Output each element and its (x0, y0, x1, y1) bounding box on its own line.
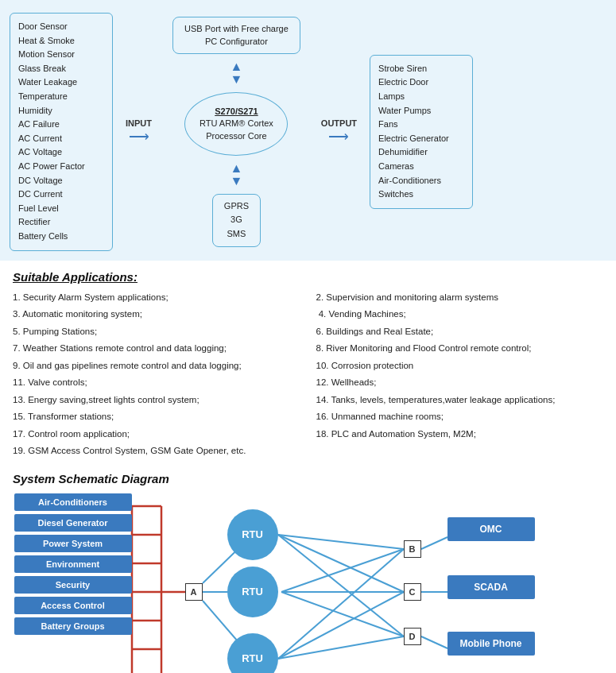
input-item: AC Failure (18, 118, 104, 132)
input-item: Motion Sensor (18, 48, 104, 62)
output-arrow: ⟶ (328, 128, 349, 145)
list-item: 6. Buildings and Real Estate; (316, 324, 604, 340)
list-item: 15. Transformer stations; (13, 409, 300, 425)
usb-box: USB Port with Free charge PC Configurato… (172, 17, 300, 54)
list-item: 19. GSM Access Control System, GSM Gate … (13, 443, 300, 459)
svg-line-19 (278, 592, 404, 659)
list-item: 13. Energy saving,street lights control … (13, 393, 300, 408)
output-item: Air-Conditioners (378, 174, 464, 188)
schematic-diagram: Air-Conditioners Diesel Generator Power … (14, 493, 602, 673)
input-item: AC Power Factor (18, 160, 104, 174)
input-item: Fuel Level (18, 202, 104, 216)
input-item: AC Voltage (18, 145, 104, 160)
list-item: 8. River Monitoring and Flood Control re… (316, 341, 604, 357)
list-item: 9. Oil and gas pipelines remote control … (13, 358, 300, 374)
input-item: Temperature (18, 90, 104, 104)
list-item: 2. Supervision and monitoring alarm syst… (316, 290, 604, 306)
list-item: 17. Control room application; (13, 427, 300, 443)
rtu-circle-middle: RTU (227, 567, 278, 617)
input-item: Humidity (18, 104, 104, 118)
input-item: Glass Break (18, 62, 104, 76)
left-boxes: Air-Conditioners Diesel Generator Power … (14, 493, 132, 635)
list-item: 18. PLC and Automation System, M2M; (316, 427, 604, 443)
output-item: Strobe Siren (378, 62, 464, 76)
svg-line-25 (421, 636, 447, 648)
input-list: Door Sensor Heat & Smoke Motion Sensor G… (10, 13, 113, 251)
output-item: Dehumidifier (378, 145, 464, 160)
list-item: 16. Unmanned machine rooms; (316, 409, 604, 425)
top-diagram: Door Sensor Heat & Smoke Motion Sensor G… (0, 0, 616, 261)
rtu-processor: S270/S271 RTU ARM® Cortex Processor Core (184, 92, 288, 156)
left-box-power: Power System (14, 535, 132, 552)
right-box-mobile: Mobile Phone (447, 632, 535, 656)
vertical-arrows: ▲▼ (231, 60, 243, 86)
input-item: AC Current (18, 132, 104, 146)
rtu-circle-top: RTU (227, 509, 278, 560)
left-box-diesel: Diesel Generator (14, 514, 132, 532)
letter-box-d: D (404, 628, 421, 645)
list-item: 3. Automatic monitoring system; (13, 307, 300, 323)
svg-line-17 (278, 535, 404, 592)
input-item: Rectifier (18, 215, 104, 230)
input-item: Door Sensor (18, 20, 104, 34)
list-item: 12. Wellheads; (316, 375, 604, 391)
output-item: Electric Generator (378, 132, 464, 146)
output-list: Strobe Siren Electric Door Lamps Water P… (370, 55, 473, 209)
letter-box-b: B (404, 540, 421, 558)
list-item: 4. Vending Machines; (316, 307, 604, 323)
output-item: Cameras (378, 160, 464, 174)
svg-line-15 (281, 549, 404, 592)
svg-line-14 (278, 535, 404, 549)
input-item: Heat & Smoke (18, 34, 104, 48)
left-box-airconditioners: Air-Conditioners (14, 493, 132, 511)
left-box-environment: Environment (14, 555, 132, 573)
svg-line-22 (278, 636, 404, 659)
output-item: Switches (378, 188, 464, 202)
applications-title: Suitable Applications: (13, 270, 603, 284)
vertical-arrows-2: ▲▼ (231, 162, 243, 188)
input-item: Battery Cells (18, 230, 104, 244)
letter-box-c: C (404, 583, 421, 601)
list-item: 14. Tanks, levels, temperatures,water le… (316, 393, 604, 408)
output-item: Fans (378, 118, 464, 132)
output-label: OUTPUT (321, 118, 357, 128)
output-item: Water Pumps (378, 104, 464, 118)
left-box-battery: Battery Groups (14, 617, 132, 635)
list-item: 7. Weather Stations remote control and d… (13, 341, 300, 357)
list-item (316, 443, 604, 459)
comm-box: GPRS 3G SMS (212, 194, 261, 247)
list-item: 10. Corrosion protection (316, 358, 604, 374)
right-box-omc: OMC (447, 517, 535, 541)
output-item: Electric Door (378, 75, 464, 90)
applications-section: Suitable Applications: 1. Security Alarm… (0, 261, 616, 466)
output-item: Lamps (378, 90, 464, 104)
svg-line-20 (278, 535, 404, 636)
svg-line-16 (278, 549, 404, 659)
center-column: USB Port with Free charge PC Configurato… (172, 17, 300, 247)
list-item: 1. Security Alarm System applications; (13, 290, 300, 306)
input-item: DC Voltage (18, 174, 104, 188)
letter-box-a: A (185, 583, 203, 601)
svg-line-21 (281, 592, 404, 636)
input-arrow: ⟶ (129, 128, 149, 145)
left-box-security: Security (14, 576, 132, 594)
input-label: INPUT (126, 118, 152, 128)
list-item: 5. Pumping Stations; (13, 324, 300, 340)
input-item: DC Current (18, 188, 104, 202)
rtu-circle-bottom: RTU (227, 633, 278, 673)
applications-grid: 1. Security Alarm System applications; 2… (13, 290, 603, 459)
list-item: 11. Valve controls; (13, 375, 300, 391)
left-box-access: Access Control (14, 597, 132, 614)
schematic-section: System Schematic Diagram (0, 466, 616, 673)
right-box-scada: SCADA (447, 575, 535, 599)
svg-line-23 (421, 537, 447, 549)
schematic-title: System Schematic Diagram (13, 472, 603, 485)
input-item: Water Leakage (18, 75, 104, 90)
